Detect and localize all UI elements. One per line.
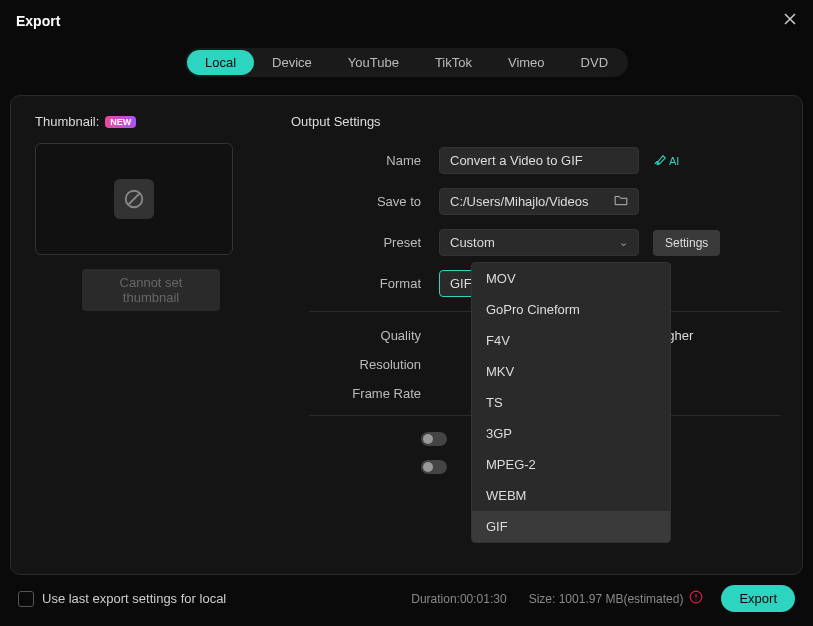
preset-label: Preset [291, 235, 439, 250]
thumbnail-label: Thumbnail: NEW [35, 114, 267, 129]
frame-rate-label: Frame Rate [291, 386, 439, 401]
use-last-settings-checkbox[interactable] [18, 591, 34, 607]
name-input[interactable]: Convert a Video to GIF [439, 147, 639, 174]
thumbnail-label-text: Thumbnail: [35, 114, 99, 129]
svg-point-4 [696, 599, 697, 600]
duration-text: Duration:00:01:30 [411, 592, 506, 606]
format-dropdown: MOV GoPro Cineform F4V MKV TS 3GP MPEG-2… [471, 262, 671, 543]
output-settings-title: Output Settings [291, 114, 780, 129]
tab-vimeo[interactable]: Vimeo [490, 50, 563, 75]
dialog-title: Export [16, 13, 60, 29]
quality-label: Quality [291, 328, 439, 343]
toggle-option-2[interactable] [421, 460, 447, 474]
chevron-down-icon: ⌄ [619, 236, 628, 249]
name-label: Name [291, 153, 439, 168]
new-badge: NEW [105, 116, 136, 128]
export-button[interactable]: Export [721, 585, 795, 612]
size-text: Size: 1001.97 MB(estimated) [529, 592, 684, 606]
warning-icon[interactable] [689, 590, 703, 607]
format-option-mkv[interactable]: MKV [472, 356, 670, 387]
resolution-label: Resolution [291, 357, 439, 372]
save-to-label: Save to [291, 194, 439, 209]
folder-icon[interactable] [614, 194, 628, 209]
format-label: Format [291, 276, 439, 291]
format-option-3gp[interactable]: 3GP [472, 418, 670, 449]
preset-settings-button[interactable]: Settings [653, 230, 720, 256]
format-option-f4v[interactable]: F4V [472, 325, 670, 356]
use-last-settings-label: Use last export settings for local [42, 591, 226, 606]
format-option-webm[interactable]: WEBM [472, 480, 670, 511]
format-option-ts[interactable]: TS [472, 387, 670, 418]
format-option-mov[interactable]: MOV [472, 263, 670, 294]
tab-tiktok[interactable]: TikTok [417, 50, 490, 75]
toggle-option-1[interactable] [421, 432, 447, 446]
preset-select[interactable]: Custom ⌄ [439, 229, 639, 256]
format-option-mpeg2[interactable]: MPEG-2 [472, 449, 670, 480]
ai-label: AI [669, 155, 679, 167]
thumbnail-preview [35, 143, 233, 255]
ai-rename-button[interactable]: AI [653, 154, 679, 168]
no-thumbnail-icon [114, 179, 154, 219]
tab-youtube[interactable]: YouTube [330, 50, 417, 75]
format-option-gopro[interactable]: GoPro Cineform [472, 294, 670, 325]
set-thumbnail-button: Cannot set thumbnail [82, 269, 220, 311]
export-tabs: Local Device YouTube TikTok Vimeo DVD [185, 48, 628, 77]
format-option-gif[interactable]: GIF [472, 511, 670, 542]
save-to-input[interactable]: C:/Users/Mihajlo/Videos [439, 188, 639, 215]
tab-dvd[interactable]: DVD [563, 50, 626, 75]
tab-device[interactable]: Device [254, 50, 330, 75]
tab-local[interactable]: Local [187, 50, 254, 75]
close-icon[interactable] [783, 12, 797, 30]
svg-line-1 [129, 194, 140, 205]
